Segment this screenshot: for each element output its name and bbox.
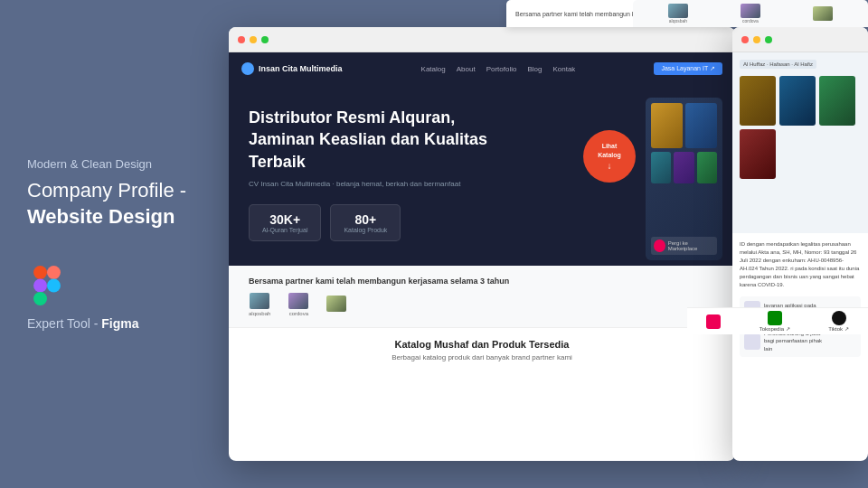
- right-description-text: ID dengan mendapatkan legalitas perusaha…: [740, 240, 861, 289]
- right-browser-chrome: [732, 27, 868, 52]
- partner-cordova: cordova: [288, 293, 308, 316]
- nav-kontak[interactable]: Kontak: [552, 65, 575, 73]
- book-teal: [651, 152, 671, 183]
- nav-blog[interactable]: Blog: [527, 65, 542, 73]
- svg-rect-0: [33, 266, 47, 279]
- title-line2: Website Design: [27, 205, 175, 228]
- top-logo-1: alqosbah: [668, 4, 688, 23]
- top-logo-icon-1: [668, 4, 688, 18]
- svg-rect-2: [33, 279, 47, 293]
- pergi-ke-marketplace-label: Pergi ke Marketplace: [668, 240, 714, 251]
- maximize-dot: [261, 36, 269, 43]
- browser-chrome: [229, 27, 735, 52]
- other-logo-icon: [326, 296, 346, 312]
- book-blue: [685, 103, 717, 148]
- cta-button-label: LihatKatalog: [598, 142, 621, 158]
- nav-katalog[interactable]: Katalog: [421, 65, 446, 73]
- catalog-subtitle: Berbagai katalog produk dari banyak bran…: [249, 353, 715, 361]
- hero-title: Distributor Resmi Alquran, Jaminan Keasl…: [249, 107, 502, 173]
- cta-circle-button[interactable]: LihatKatalog ↓: [583, 130, 636, 183]
- catalog-section: Katalog Mushaf dan Produk Tersedia Berba…: [229, 328, 735, 372]
- catalog-title: Katalog Mushaf dan Produk Tersedia: [249, 339, 715, 350]
- tokopedia-icon: [768, 311, 782, 325]
- book-green: [697, 152, 717, 183]
- right-books-display: [740, 76, 861, 179]
- tiktok-label: Tiktok ↗: [828, 325, 848, 332]
- stat-num-2: 80+: [344, 212, 387, 227]
- alquran-logo-icon: [250, 293, 269, 309]
- book-row-2: [651, 152, 717, 183]
- website-content: Insan Cita Multimedia Katalog About Port…: [229, 52, 735, 461]
- top-logo-text-1: alqosbah: [669, 18, 687, 23]
- right-book-gold: [740, 76, 776, 126]
- nav-cta-label: Jasa Layanan IT ↗: [661, 65, 715, 72]
- cta-arrow-icon: ↓: [608, 161, 612, 171]
- stat-alquran: 30K+ Al-Quran Terjual: [249, 204, 321, 241]
- right-nav-items: Al Huffaz · Hafasan · Al Hafiz: [740, 60, 861, 69]
- tokopedia-label: Tokopedia ↗: [760, 325, 790, 332]
- book-gold: [651, 103, 683, 148]
- marketplace-tiktok: Tiktok ↗: [828, 311, 848, 332]
- left-panel: Modern & Clean Design Company Profile - …: [0, 0, 226, 488]
- top-logos-strip: alqosbah cordova: [633, 0, 868, 27]
- nav-logo-text: Insan Cita Multimedia: [259, 64, 343, 73]
- cordova-logo-icon: [288, 293, 308, 309]
- cordova-logo-name: cordova: [289, 311, 308, 316]
- navbar: Insan Cita Multimedia Katalog About Port…: [229, 52, 735, 85]
- figma-label: Figma: [101, 316, 138, 331]
- partner-text: Bersama partner kami telah membangun ker…: [249, 277, 715, 286]
- nav-portofolio[interactable]: Portofolio: [486, 65, 517, 73]
- expert-label: Expert Tool - Figma: [27, 316, 199, 331]
- top-logo-2: cordova: [741, 4, 760, 23]
- stat-label-2: Katalog Produk: [344, 227, 387, 233]
- top-logo-icon-2: [741, 4, 760, 18]
- marketplace-shopee: [706, 314, 721, 329]
- partner-logos-row: alqosbah cordova: [249, 293, 715, 316]
- marketplace-row: Tokopedia ↗ Tiktok ↗: [687, 307, 868, 334]
- right-maximize-dot: [765, 36, 772, 43]
- expert-prefix: Expert Tool -: [27, 316, 101, 331]
- nav-logo: Insan Cita Multimedia: [241, 62, 343, 75]
- tiktok-icon: [832, 311, 846, 325]
- shopee-icon: [706, 314, 721, 329]
- nav-about[interactable]: About: [457, 65, 476, 73]
- figma-logo-icon: [27, 266, 67, 305]
- top-logo-icon-3: [813, 6, 833, 21]
- subtitle-label: Modern & Clean Design: [27, 157, 199, 171]
- marketplace-mini-row: Pergi ke Marketplace: [651, 237, 717, 255]
- book-purple: [674, 152, 693, 183]
- svg-rect-4: [33, 292, 47, 305]
- partner-section: Bersama partner kami telah membangun ker…: [229, 266, 735, 328]
- stat-label-1: Al-Quran Terjual: [262, 227, 307, 233]
- browser-mockup: Insan Cita Multimedia Katalog About Port…: [229, 27, 735, 461]
- marketplace-tokopedia: Tokopedia ↗: [760, 311, 790, 332]
- right-bottom-content: ID dengan mendapatkan legalitas perusaha…: [732, 233, 868, 364]
- main-title: Company Profile - Website Design: [27, 178, 199, 230]
- minimize-dot: [250, 36, 257, 43]
- nav-links: Katalog About Portofolio Blog Kontak: [421, 65, 576, 73]
- hero-section: Distributor Resmi Alquran, Jaminan Keasl…: [229, 85, 735, 266]
- top-logo-3: [813, 6, 833, 21]
- right-book-blue: [779, 76, 816, 126]
- partner-other: [326, 296, 346, 314]
- alquran-logo-name: alqosbah: [249, 311, 270, 316]
- right-card-icon-2: [744, 333, 760, 350]
- stat-katalog: 80+ Katalog Produk: [330, 204, 401, 241]
- stat-num-1: 30K+: [262, 212, 307, 227]
- right-nav-label: Al Huffaz · Hafasan · Al Hafiz: [740, 60, 816, 69]
- partner-alquran: alqosbah: [249, 293, 270, 316]
- right-browser-panel: Al Huffaz · Hafasan · Al Hafiz ID dengan…: [732, 27, 868, 461]
- right-book-red: [740, 129, 776, 179]
- book-row-1: [651, 103, 717, 148]
- svg-rect-1: [47, 266, 61, 279]
- title-line1: Company Profile -: [27, 179, 186, 202]
- hero-book-display: Pergi ke Marketplace: [646, 98, 722, 260]
- logo-icon: [241, 62, 254, 75]
- right-top-content: Al Huffaz · Hafasan · Al Hafiz: [732, 52, 868, 233]
- right-book-green: [819, 76, 855, 126]
- right-close-dot: [741, 36, 749, 43]
- shopee-mini-icon: [654, 239, 665, 252]
- right-minimize-dot: [753, 36, 760, 43]
- svg-point-3: [47, 279, 61, 293]
- nav-cta-button[interactable]: Jasa Layanan IT ↗: [654, 62, 722, 75]
